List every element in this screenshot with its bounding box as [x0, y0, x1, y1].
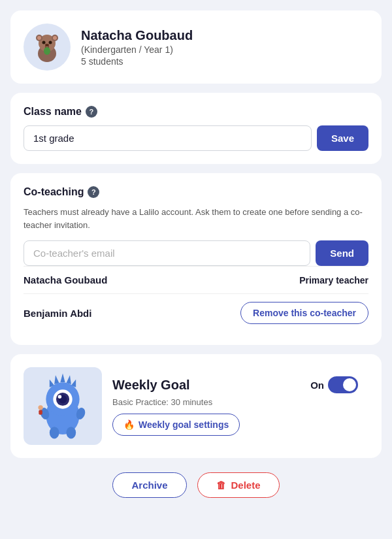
svg-point-6 [42, 41, 46, 44]
flame-icon: 🔥 [123, 419, 135, 430]
class-name-text: Class name [24, 106, 82, 118]
svg-point-20 [58, 395, 62, 399]
weekly-goal-info: Weekly Goal On Basic Practice: 30 minute… [102, 367, 368, 445]
weekly-goal-toggle[interactable] [328, 376, 358, 393]
svg-point-25 [38, 405, 42, 410]
weekly-goal-title: Weekly Goal [112, 378, 190, 393]
delete-label: Delete [231, 480, 261, 491]
co-teaching-input-row: Send [24, 240, 368, 266]
avatar [24, 24, 71, 71]
profile-card: Natacha Goubaud (Kindergarten / Year 1) … [10, 10, 382, 84]
co-teaching-card: Co-teaching ? Teachers must already have… [10, 173, 382, 345]
primary-teacher-name: Natacha Goubaud [24, 274, 107, 286]
class-name-input-row: Save [24, 125, 368, 151]
class-name-label: Class name ? [24, 106, 368, 118]
archive-button[interactable]: Archive [112, 472, 186, 498]
weekly-goal-settings-label: Weekly goal settings [139, 419, 229, 430]
svg-point-7 [49, 41, 52, 44]
save-button[interactable]: Save [317, 125, 368, 151]
svg-point-22 [67, 427, 76, 438]
coteacher-email-input[interactable] [24, 240, 310, 266]
profile-info: Natacha Goubaud (Kindergarten / Year 1) … [81, 28, 193, 67]
co-teaching-note: Teachers must already have a Lalilo acco… [24, 206, 368, 231]
class-name-help-icon[interactable]: ? [86, 106, 97, 118]
delete-button[interactable]: 🗑 Delete [197, 472, 280, 498]
svg-point-8 [45, 44, 49, 46]
svg-rect-26 [39, 410, 42, 414]
primary-teacher-row: Natacha Goubaud Primary teacher [24, 266, 368, 293]
svg-marker-12 [67, 375, 71, 384]
class-name-card: Class name ? Save [10, 93, 382, 164]
bottom-actions: Archive 🗑 Delete [10, 467, 382, 503]
co-teaching-text: Co-teaching [24, 186, 84, 198]
profile-students: 5 students [81, 56, 193, 67]
svg-point-9 [44, 47, 50, 55]
profile-subtitle: (Kindergarten / Year 1) [81, 44, 193, 55]
coteacher-name: Benjamin Abdi [24, 308, 91, 319]
svg-point-5 [53, 36, 57, 40]
weekly-goal-settings-button[interactable]: 🔥 Weekly goal settings [112, 414, 240, 436]
svg-point-4 [37, 36, 41, 40]
toggle-thumb [343, 378, 356, 391]
coteacher-row: Benjamin Abdi Remove this co-teacher [24, 293, 368, 332]
svg-marker-10 [60, 373, 65, 382]
weekly-goal-header: Weekly Goal On [112, 376, 358, 393]
svg-marker-11 [54, 375, 59, 384]
toggle-track [328, 376, 358, 393]
weekly-goal-content: Weekly Goal On Basic Practice: 30 minute… [24, 367, 368, 445]
trash-icon: 🗑 [216, 480, 226, 491]
co-teaching-label: Co-teaching ? [24, 186, 368, 198]
profile-name: Natacha Goubaud [81, 28, 193, 43]
weekly-goal-subtitle: Basic Practice: 30 minutes [112, 397, 358, 407]
weekly-mascot-image [24, 367, 102, 445]
co-teaching-help-icon[interactable]: ? [88, 186, 99, 198]
remove-coteacher-button[interactable]: Remove this co-teacher [240, 302, 368, 324]
svg-point-21 [50, 427, 59, 438]
weekly-goal-toggle-group: On [310, 376, 358, 393]
class-name-input[interactable] [24, 125, 312, 151]
weekly-goal-card: Weekly Goal On Basic Practice: 30 minute… [10, 354, 382, 458]
primary-teacher-role: Primary teacher [299, 275, 368, 286]
send-button[interactable]: Send [316, 240, 368, 266]
toggle-on-label: On [310, 380, 324, 391]
